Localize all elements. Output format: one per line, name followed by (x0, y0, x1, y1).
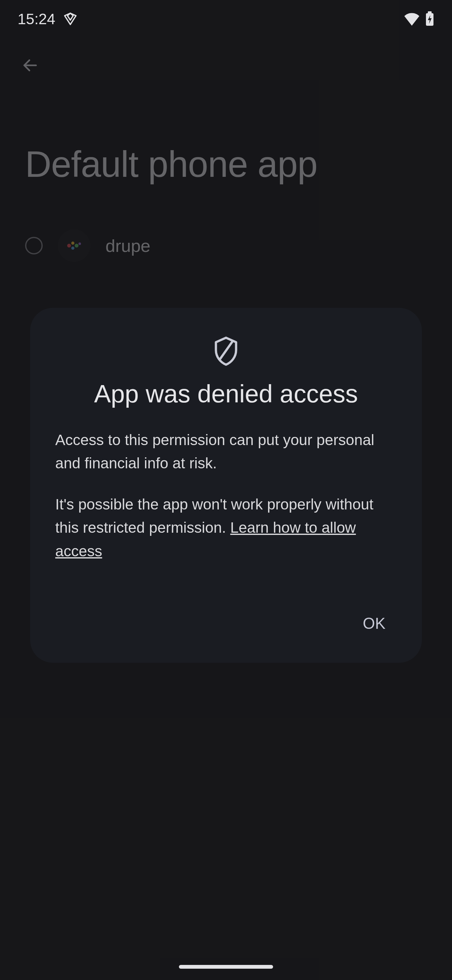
svg-rect-7 (428, 11, 431, 14)
dialog-paragraph-1: Access to this permission can put your p… (55, 428, 397, 475)
screen: Default phone app drupe 15:24 (0, 0, 452, 980)
dialog-actions: OK (55, 607, 397, 640)
status-time: 15:24 (17, 10, 55, 28)
permission-denied-dialog: App was denied access Access to this per… (30, 308, 422, 663)
vpn-shield-icon (63, 11, 78, 26)
gesture-nav-bar[interactable] (179, 965, 273, 969)
status-bar: 15:24 (0, 0, 452, 38)
battery-charging-icon (425, 11, 435, 26)
shield-icon (212, 336, 240, 367)
ok-button[interactable]: OK (352, 607, 397, 640)
dialog-header-icon (55, 336, 397, 367)
wifi-icon (404, 12, 420, 26)
dialog-paragraph-2: It's possible the app won't work properl… (55, 493, 397, 563)
svg-line-9 (219, 341, 233, 360)
dialog-body: Access to this permission can put your p… (55, 428, 397, 563)
dialog-title: App was denied access (55, 379, 397, 408)
